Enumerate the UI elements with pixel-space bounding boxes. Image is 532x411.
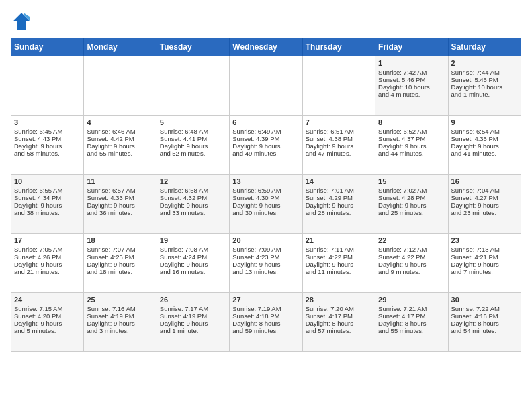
day-info: Sunrise: 6:51 AM bbox=[306, 128, 372, 135]
day-number: 26 bbox=[160, 295, 226, 304]
day-info: Sunset: 4:43 PM bbox=[14, 135, 81, 142]
calendar-cell: 6Sunrise: 6:49 AMSunset: 4:39 PMDaylight… bbox=[230, 116, 302, 175]
calendar-cell: 28Sunrise: 7:20 AMSunset: 4:17 PMDayligh… bbox=[302, 293, 375, 352]
day-info: and 1 minute. bbox=[451, 91, 518, 98]
day-info: and 49 minutes. bbox=[232, 150, 299, 157]
day-info: Sunrise: 7:08 AM bbox=[160, 246, 226, 253]
day-info: Sunset: 4:41 PM bbox=[160, 135, 226, 142]
day-info: Sunrise: 6:57 AM bbox=[87, 187, 153, 194]
day-info: Sunset: 4:28 PM bbox=[378, 194, 445, 201]
calendar-cell: 18Sunrise: 7:07 AMSunset: 4:25 PMDayligh… bbox=[84, 234, 157, 293]
day-info: Daylight: 9 hours bbox=[160, 142, 226, 150]
week-row-4: 24Sunrise: 7:15 AMSunset: 4:20 PMDayligh… bbox=[11, 293, 521, 352]
day-number: 4 bbox=[87, 118, 153, 126]
calendar-cell: 25Sunrise: 7:16 AMSunset: 4:19 PMDayligh… bbox=[84, 293, 157, 352]
calendar-cell: 3Sunrise: 6:45 AMSunset: 4:43 PMDaylight… bbox=[11, 116, 84, 175]
day-info: Sunrise: 6:54 AM bbox=[451, 128, 518, 135]
day-number: 21 bbox=[306, 236, 372, 244]
day-info: Sunrise: 7:05 AM bbox=[14, 246, 81, 253]
day-info: and 44 minutes. bbox=[378, 150, 445, 157]
day-number: 19 bbox=[160, 236, 226, 244]
day-number: 13 bbox=[232, 177, 299, 185]
day-info: Daylight: 10 hours bbox=[451, 83, 518, 91]
day-info: and 52 minutes. bbox=[160, 150, 226, 157]
day-info: Sunset: 4:22 PM bbox=[378, 253, 445, 261]
day-number: 2 bbox=[451, 59, 518, 67]
day-info: Sunset: 4:19 PM bbox=[160, 312, 226, 320]
week-row-3: 17Sunrise: 7:05 AMSunset: 4:26 PMDayligh… bbox=[11, 234, 521, 293]
header-tuesday: Tuesday bbox=[157, 38, 229, 56]
calendar-cell: 23Sunrise: 7:13 AMSunset: 4:21 PMDayligh… bbox=[448, 234, 521, 293]
day-info: Daylight: 8 hours bbox=[451, 320, 518, 327]
day-info: and 9 minutes. bbox=[378, 268, 445, 275]
day-info: Sunrise: 7:01 AM bbox=[306, 187, 372, 194]
day-info: Sunrise: 7:13 AM bbox=[451, 246, 518, 253]
day-info: Sunrise: 7:22 AM bbox=[451, 305, 518, 312]
day-info: Daylight: 9 hours bbox=[451, 142, 518, 150]
day-info: Sunset: 5:46 PM bbox=[378, 76, 445, 83]
calendar-cell bbox=[302, 56, 375, 116]
calendar-cell: 15Sunrise: 7:02 AMSunset: 4:28 PMDayligh… bbox=[375, 175, 448, 234]
calendar-cell: 29Sunrise: 7:21 AMSunset: 4:17 PMDayligh… bbox=[375, 293, 448, 352]
calendar-cell: 26Sunrise: 7:17 AMSunset: 4:19 PMDayligh… bbox=[157, 293, 229, 352]
day-info: Daylight: 8 hours bbox=[232, 320, 299, 327]
day-info: and 4 minutes. bbox=[378, 91, 445, 98]
day-info: Sunrise: 6:46 AM bbox=[87, 128, 153, 135]
calendar-cell: 17Sunrise: 7:05 AMSunset: 4:26 PMDayligh… bbox=[11, 234, 84, 293]
day-info: and 30 minutes. bbox=[232, 209, 299, 216]
page-header bbox=[11, 11, 521, 32]
calendar-header: SundayMondayTuesdayWednesdayThursdayFrid… bbox=[11, 38, 521, 56]
day-info: Sunrise: 7:44 AM bbox=[451, 68, 518, 76]
header-saturday: Saturday bbox=[448, 38, 521, 56]
day-info: Daylight: 9 hours bbox=[14, 142, 81, 150]
day-info: Daylight: 9 hours bbox=[451, 261, 518, 268]
calendar-cell: 10Sunrise: 6:55 AMSunset: 4:34 PMDayligh… bbox=[11, 175, 84, 234]
day-info: Sunset: 4:37 PM bbox=[378, 135, 445, 142]
day-info: Daylight: 8 hours bbox=[306, 320, 372, 327]
calendar-cell bbox=[84, 56, 157, 116]
day-info: Sunset: 4:16 PM bbox=[451, 312, 518, 320]
day-info: Sunset: 4:17 PM bbox=[378, 312, 445, 320]
day-info: and 38 minutes. bbox=[14, 209, 81, 216]
day-info: Daylight: 9 hours bbox=[378, 201, 445, 209]
day-number: 1 bbox=[378, 59, 445, 67]
day-info: Sunrise: 7:16 AM bbox=[87, 305, 153, 312]
calendar-cell bbox=[11, 56, 84, 116]
day-info: Sunset: 4:22 PM bbox=[306, 253, 372, 261]
day-number: 8 bbox=[378, 118, 445, 126]
day-info: and 3 minutes. bbox=[87, 327, 153, 334]
calendar-table: SundayMondayTuesdayWednesdayThursdayFrid… bbox=[11, 38, 521, 352]
day-info: Sunset: 4:26 PM bbox=[14, 253, 81, 261]
day-number: 15 bbox=[378, 177, 445, 185]
day-info: Sunrise: 6:45 AM bbox=[14, 128, 81, 135]
day-info: Daylight: 9 hours bbox=[306, 261, 372, 268]
day-info: Sunrise: 6:55 AM bbox=[14, 187, 81, 194]
day-info: Sunrise: 7:21 AM bbox=[378, 305, 445, 312]
day-info: and 47 minutes. bbox=[306, 150, 372, 157]
day-info: and 33 minutes. bbox=[160, 209, 226, 216]
week-row-0: 1Sunrise: 7:42 AMSunset: 5:46 PMDaylight… bbox=[11, 56, 521, 116]
day-number: 22 bbox=[378, 236, 445, 244]
calendar-cell bbox=[230, 56, 302, 116]
day-info: Daylight: 9 hours bbox=[87, 201, 153, 209]
day-info: Daylight: 9 hours bbox=[14, 261, 81, 268]
day-info: Daylight: 9 hours bbox=[232, 261, 299, 268]
day-info: Sunrise: 7:12 AM bbox=[378, 246, 445, 253]
day-info: and 54 minutes. bbox=[451, 327, 518, 334]
day-info: Sunset: 4:18 PM bbox=[232, 312, 299, 320]
calendar-cell: 5Sunrise: 6:48 AMSunset: 4:41 PMDaylight… bbox=[157, 116, 229, 175]
calendar-cell: 1Sunrise: 7:42 AMSunset: 5:46 PMDaylight… bbox=[375, 56, 448, 116]
day-info: Daylight: 9 hours bbox=[87, 142, 153, 150]
day-info: and 23 minutes. bbox=[451, 209, 518, 216]
day-info: Daylight: 9 hours bbox=[232, 201, 299, 209]
day-info: Sunrise: 7:09 AM bbox=[232, 246, 299, 253]
calendar-cell: 11Sunrise: 6:57 AMSunset: 4:33 PMDayligh… bbox=[84, 175, 157, 234]
day-number: 9 bbox=[451, 118, 518, 126]
day-number: 5 bbox=[160, 118, 226, 126]
day-number: 28 bbox=[306, 295, 372, 304]
day-info: and 58 minutes. bbox=[14, 150, 81, 157]
day-number: 14 bbox=[306, 177, 372, 185]
day-info: and 5 minutes. bbox=[14, 327, 81, 334]
day-info: Sunset: 4:25 PM bbox=[87, 253, 153, 261]
day-info: and 57 minutes. bbox=[306, 327, 372, 334]
